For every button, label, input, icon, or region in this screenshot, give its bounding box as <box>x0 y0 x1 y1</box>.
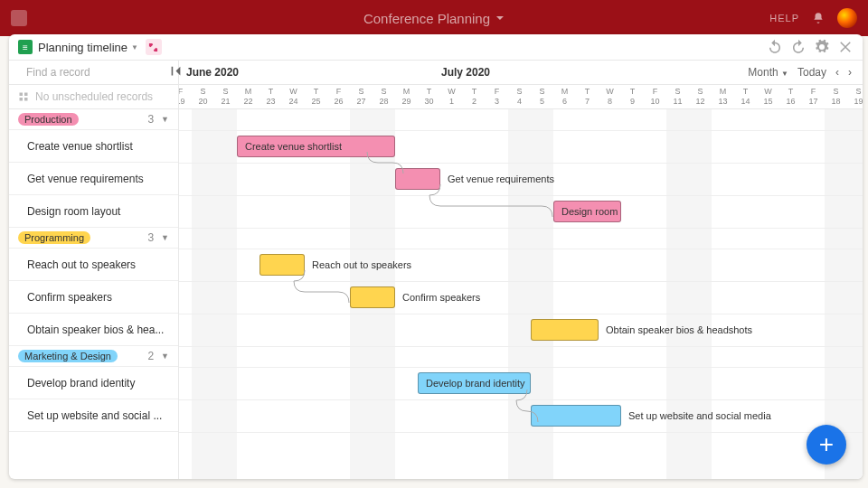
day-column: S28 <box>373 85 395 106</box>
day-column: S18 <box>825 85 847 106</box>
add-button[interactable]: + <box>807 425 846 465</box>
task-row[interactable]: Set up website and social ... <box>9 399 178 432</box>
day-column: T23 <box>259 85 282 106</box>
panel-header: ≡ Planning timeline ▼ <box>9 34 863 61</box>
day-column: S4 <box>508 85 531 106</box>
day-column: T16 <box>779 85 802 106</box>
day-column: F26 <box>327 85 350 106</box>
group-count: 3 <box>147 113 154 126</box>
chevron-down-icon <box>495 14 505 23</box>
bar-label: Reach out to speakers <box>312 259 411 270</box>
group-pill: Marketing & Design <box>18 350 118 362</box>
bar-confirm-speakers[interactable] <box>350 286 395 308</box>
chevron-down-icon: ▼ <box>161 352 169 361</box>
gantt-icon: ≡ <box>18 40 33 54</box>
day-header: F19S20S21M22T23W24T25F26S27S28M29T30W1T2… <box>179 85 863 109</box>
day-column: F3 <box>486 85 508 106</box>
task-row[interactable]: Confirm speakers <box>9 281 178 314</box>
help-link[interactable]: HELP <box>769 13 799 23</box>
search-row <box>9 61 178 85</box>
bar-develop-brand-identity[interactable]: Develop brand identity <box>418 372 531 394</box>
day-column: M29 <box>395 85 418 106</box>
day-column: M13 <box>712 85 734 106</box>
base-title[interactable]: Conference Planning <box>363 11 505 26</box>
bar-reach-out-to-speakers[interactable] <box>259 254 305 276</box>
group-pill: Production <box>18 113 79 126</box>
day-column: T14 <box>734 85 757 106</box>
month-label: July 2020 <box>441 66 490 79</box>
day-column: T25 <box>305 85 327 106</box>
day-column: T7 <box>576 85 599 106</box>
close-icon[interactable] <box>837 39 854 55</box>
task-row[interactable]: Develop brand identity <box>9 367 178 399</box>
bar-design-room-layout[interactable]: Design room layout <box>553 201 621 222</box>
bar-label: Obtain speaker bios & headshots <box>606 324 752 335</box>
redo-icon[interactable] <box>790 39 807 55</box>
group-header-programming[interactable]: Programming 3 ▼ <box>9 228 178 249</box>
grid-icon <box>18 91 29 102</box>
day-column: M6 <box>553 85 576 106</box>
group-pill: Programming <box>18 231 90 244</box>
chevron-down-icon: ▼ <box>161 233 169 242</box>
bar-label: Confirm speakers <box>402 292 480 303</box>
month-label: June 2020 <box>186 66 239 79</box>
no-unscheduled-text: No unscheduled records <box>35 90 153 103</box>
timeline-grid: Create venue shortlist Get venue require… <box>179 109 863 479</box>
timeline-panel: ≡ Planning timeline ▼ No unscheduled rec… <box>9 34 863 479</box>
day-column: F10 <box>644 85 666 106</box>
today-button[interactable]: Today <box>797 66 826 79</box>
expand-button[interactable] <box>146 39 162 55</box>
day-column: S5 <box>531 85 553 106</box>
task-row[interactable]: Obtain speaker bios & hea... <box>9 314 178 346</box>
day-column: T2 <box>463 85 486 106</box>
group-header-marketing[interactable]: Marketing & Design 2 ▼ <box>9 346 178 367</box>
day-column: F19 <box>179 85 192 106</box>
sidebar: No unscheduled records Production 3 ▼ Cr… <box>9 61 179 479</box>
day-column: W8 <box>599 85 621 106</box>
view-name[interactable]: Planning timeline <box>38 41 127 54</box>
gear-icon[interactable] <box>814 39 830 55</box>
task-row[interactable]: Reach out to speakers <box>9 249 178 281</box>
day-column: S20 <box>192 85 214 106</box>
day-column: W15 <box>757 85 779 106</box>
scale-selector[interactable]: Month ▼ <box>748 66 788 79</box>
group-count: 3 <box>147 231 154 244</box>
unscheduled-row: No unscheduled records <box>9 85 178 109</box>
group-count: 2 <box>147 350 154 362</box>
timeline[interactable]: June 2020 July 2020 Month ▼ Today ‹ › F1… <box>179 61 863 479</box>
day-column: S12 <box>689 85 712 106</box>
day-column: S11 <box>666 85 689 106</box>
day-column: T9 <box>621 85 644 106</box>
base-title-text: Conference Planning <box>363 11 490 26</box>
view-caret-icon[interactable]: ▼ <box>131 43 138 52</box>
day-column: W24 <box>282 85 305 106</box>
bar-speaker-bios[interactable] <box>531 319 599 341</box>
avatar[interactable] <box>837 8 857 28</box>
day-column: S19 <box>847 85 863 106</box>
prev-button[interactable]: ‹ <box>835 66 839 79</box>
search-input[interactable] <box>24 65 164 80</box>
bar-create-venue-shortlist[interactable]: Create venue shortlist <box>237 136 395 157</box>
next-button[interactable]: › <box>848 66 852 79</box>
app-header: Conference Planning HELP <box>0 0 868 36</box>
day-column: F17 <box>802 85 825 106</box>
task-row[interactable]: Get venue requirements <box>9 163 178 195</box>
task-row[interactable]: Design room layout <box>9 195 178 228</box>
app-logo[interactable] <box>11 10 27 26</box>
chevron-down-icon: ▼ <box>161 115 169 124</box>
day-column: M22 <box>237 85 259 106</box>
group-header-production[interactable]: Production 3 ▼ <box>9 109 178 130</box>
bar-setup-website[interactable] <box>531 405 621 427</box>
task-row[interactable]: Create venue shortlist <box>9 130 178 163</box>
day-column: S27 <box>350 85 373 106</box>
bar-label: Set up website and social media <box>628 410 771 421</box>
bar-label: Get venue requirements <box>448 174 554 184</box>
day-column: S21 <box>214 85 237 106</box>
day-column: T30 <box>418 85 440 106</box>
bell-icon[interactable] <box>812 12 825 24</box>
bar-get-venue-requirements[interactable] <box>395 168 440 190</box>
undo-icon[interactable] <box>767 39 783 55</box>
day-column: W1 <box>440 85 463 106</box>
